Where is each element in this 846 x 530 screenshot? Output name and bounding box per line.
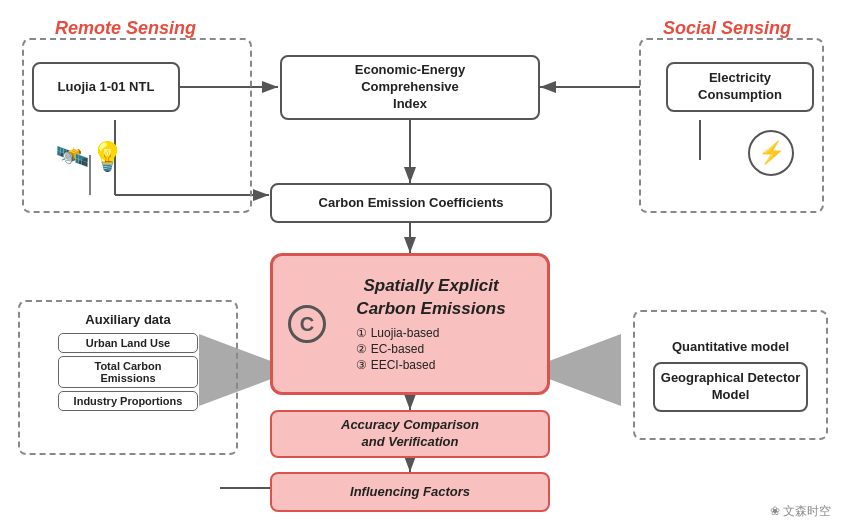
diagram-container: Remote Sensing Social Sensing Luojia 1-0…: [0, 0, 846, 530]
economic-energy-box: Economic-Energy Comprehensive Index: [280, 55, 540, 120]
lightning-circle-icon: ⚡: [748, 130, 794, 176]
accuracy-box: Accuracy Comparison and Verification: [270, 410, 550, 458]
luojia-box: Luojia 1-01 NTL: [32, 62, 180, 112]
spatially-explicit-box: C Spatially Explicit Carbon Emissions ① …: [270, 253, 550, 395]
carbon-coeff-box: Carbon Emission Coefficients: [270, 183, 552, 223]
electricity-box: Electricity Consumption: [666, 62, 814, 112]
satellite-icon: 🛰️💡: [55, 140, 125, 173]
remote-sensing-label: Remote Sensing: [55, 18, 196, 39]
auxiliary-data-area: Auxiliary data Urban Land Use Total Carb…: [18, 300, 238, 455]
social-sensing-label: Social Sensing: [663, 18, 791, 39]
geo-detector-box: Geographical Detector Model: [653, 362, 808, 412]
watermark: ❀ 文森时空: [770, 503, 831, 520]
quantitative-model-area: Quantitative model Geographical Detector…: [633, 310, 828, 440]
c-icon: C: [288, 305, 326, 343]
influencing-box: Influencing Factors: [270, 472, 550, 512]
